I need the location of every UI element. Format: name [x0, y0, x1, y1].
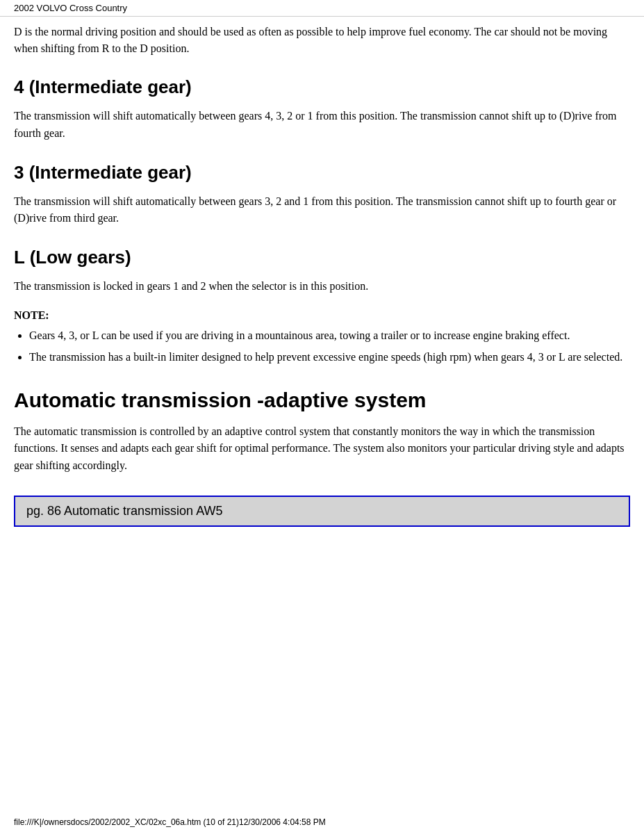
page-footer-text: pg. 86 Automatic transmission AW5 [26, 504, 222, 518]
title-bar: 2002 VOLVO Cross Country [0, 0, 644, 17]
main-content: D is the normal driving position and sho… [0, 17, 644, 555]
section-4-body: The transmission will shift automaticall… [14, 108, 630, 142]
page-footer-box[interactable]: pg. 86 Automatic transmission AW5 [14, 496, 630, 527]
section-3-heading: 3 (Intermediate gear) [14, 162, 630, 183]
adaptive-heading: Automatic transmission -adaptive system [14, 389, 630, 412]
intro-paragraph: D is the normal driving position and sho… [14, 24, 630, 57]
title-text: 2002 VOLVO Cross Country [14, 3, 127, 13]
section-l-heading: L (Low gears) [14, 247, 630, 268]
note-bullet-2: The transmission has a built-in limiter … [29, 349, 630, 366]
note-label: NOTE: [14, 309, 630, 322]
section-4-heading: 4 (Intermediate gear) [14, 76, 630, 98]
note-bullet-1: Gears 4, 3, or L can be used if you are … [29, 327, 630, 345]
section-3-body: The transmission will shift automaticall… [14, 193, 630, 228]
note-bullet-list: Gears 4, 3, or L can be used if you are … [14, 327, 630, 366]
status-bar: file:///K|/ownersdocs/2002/2002_XC/02xc_… [14, 817, 326, 827]
status-bar-text: file:///K|/ownersdocs/2002/2002_XC/02xc_… [14, 817, 326, 827]
section-l-body: The transmission is locked in gears 1 an… [14, 278, 630, 295]
adaptive-body: The automatic transmission is controlled… [14, 423, 630, 475]
